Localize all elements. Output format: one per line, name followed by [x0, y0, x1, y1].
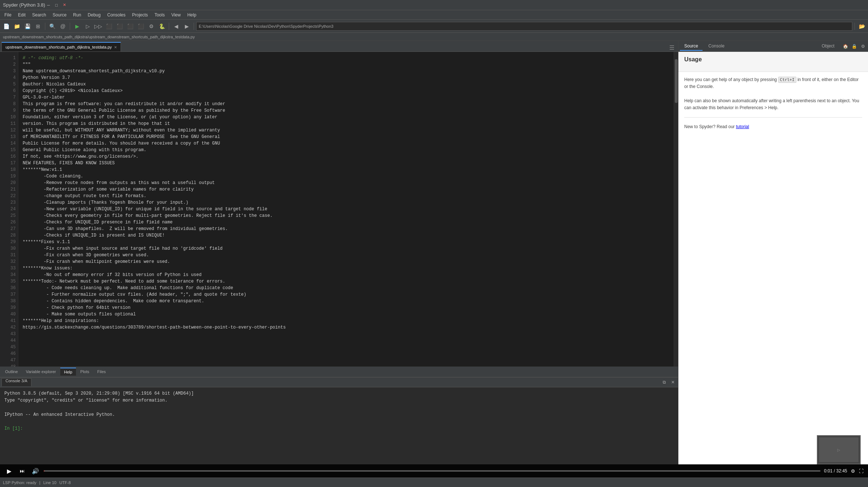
menu-item-debug[interactable]: Debug — [85, 12, 103, 18]
memory-label: | — [39, 480, 41, 485]
editor-options-btn[interactable]: ☰ — [667, 44, 677, 51]
source-tab[interactable]: Source — [680, 42, 703, 51]
bottom-tabs-row: Outline Variable explorer Help Plots Fil… — [0, 367, 678, 377]
minimize-button[interactable]: ─ — [45, 2, 52, 8]
save-button[interactable]: 💾 — [23, 22, 32, 31]
mini-thumb: ▷ — [817, 435, 861, 464]
close-button[interactable]: ✕ — [61, 2, 68, 8]
lsp-status: LSP Python: ready — [3, 480, 37, 485]
help-panel-header: Usage — [678, 52, 868, 72]
sep4 — [194, 23, 194, 30]
volume-button[interactable]: 🔊 — [31, 466, 40, 476]
folder-button[interactable]: 📂 — [857, 22, 867, 31]
usage-body: Here you can get help of any object by p… — [684, 76, 862, 130]
continue-button[interactable]: ⬛ — [125, 22, 135, 31]
maximize-button[interactable]: □ — [53, 2, 60, 8]
menu-item-file[interactable]: File — [1, 12, 14, 18]
help-divider — [684, 117, 862, 118]
settings-video-button[interactable]: ⚙ — [851, 468, 855, 474]
outline-tab[interactable]: Outline — [1, 368, 22, 376]
sep2 — [70, 23, 70, 30]
save-all-button[interactable]: ⊞ — [33, 22, 43, 31]
path-bar: E:\Users\Nicolas\Google Drive Nicolas\De… — [196, 22, 852, 31]
stop-button[interactable]: ⬛ — [136, 22, 145, 31]
line-info: Line 10 — [43, 480, 56, 485]
line-numbers: 1234567891011121314151617181920212223242… — [0, 52, 18, 367]
help-tab[interactable]: Help — [60, 368, 76, 376]
usage-title: Usage — [684, 56, 862, 63]
run-cell-advance-button[interactable]: ▷▷ — [94, 22, 103, 31]
encoding: UTF-8 — [59, 480, 71, 485]
menu-item-view[interactable]: View — [168, 12, 184, 18]
menu-item-source[interactable]: Source — [50, 12, 69, 18]
files-tab[interactable]: Files — [94, 368, 109, 376]
menu-item-run[interactable]: Run — [70, 12, 84, 18]
sep3 — [169, 23, 169, 30]
menu-bar: FileEditSearchSourceRunDebugConsolesProj… — [0, 10, 868, 20]
right-panel-lock-btn[interactable]: 🔒 — [850, 43, 858, 50]
run-button[interactable]: ▶ — [72, 22, 82, 31]
code-editor: 1234567891011121314151617181920212223242… — [0, 52, 678, 367]
run-cell-button[interactable]: ▷ — [83, 22, 92, 31]
skip-forward-button[interactable]: ⏭ — [18, 466, 27, 476]
right-panel-home-btn[interactable]: 🏠 — [842, 43, 849, 50]
right-panel-options-btn[interactable]: ⚙ — [859, 43, 867, 50]
object-tab-area: Object — [816, 42, 840, 51]
console-tab[interactable]: Console — [704, 42, 729, 51]
status-bar: LSP Python: ready | Line 10 UTF-8 — [0, 478, 868, 487]
help-para1: Here you can get help of any object by p… — [684, 76, 862, 90]
shortcut-key: Ctrl+I — [778, 77, 796, 83]
console-3a-tab[interactable]: Console 3/A — [1, 378, 31, 386]
progress-fill — [44, 470, 44, 472]
console-maximize-btn[interactable]: ⧉ — [660, 379, 668, 386]
console-tab-bar: Console 3/A ⧉ ✕ — [0, 377, 678, 387]
console-close-btn[interactable]: ✕ — [669, 379, 677, 386]
options-button[interactable]: ⚙ — [146, 22, 156, 31]
help-panel-body: Here you can get help of any object by p… — [678, 72, 868, 464]
console-section: Console 3/A ⧉ ✕ Python 3.8.5 (default, S… — [0, 377, 678, 464]
tutorial-link[interactable]: tutorial — [736, 124, 749, 129]
console-prompt: In [1]: — [4, 426, 23, 431]
fullscreen-button[interactable]: ⛶ — [859, 468, 864, 474]
title-bar: Spyder (Python 3.8) ─ □ ✕ — [0, 0, 868, 10]
main-container: upstream_downstream_shortcuts_path_dijks… — [0, 41, 868, 464]
step-button[interactable]: ⬛ — [115, 22, 124, 31]
sep1 — [45, 23, 45, 30]
menu-item-help[interactable]: Help — [184, 12, 199, 18]
editor-tab-main[interactable]: upstream_downstream_shortcuts_path_dijks… — [1, 42, 121, 51]
menu-item-consoles[interactable]: Consoles — [104, 12, 128, 18]
title-bar-text: Spyder (Python 3.8) — [3, 2, 45, 8]
title-bar-controls: ─ □ ✕ — [45, 2, 68, 8]
file-path-bar: upstream_downstream_shortcuts_path_dijks… — [0, 33, 868, 41]
console-content: Python 3.8.5 (default, Sep 3 2020, 21:29… — [0, 387, 678, 464]
object-tab[interactable]: Object — [817, 42, 839, 51]
play-pause-button[interactable]: ▶ — [4, 466, 14, 476]
menu-item-search[interactable]: Search — [29, 12, 49, 18]
back-button[interactable]: ◀ — [171, 22, 181, 31]
plots-tab[interactable]: Plots — [77, 368, 93, 376]
help-panel: Usage Here you can get help of any objec… — [678, 52, 868, 464]
help-new-user: New to Spyder? Read our tutorial — [684, 123, 862, 130]
at-button[interactable]: @ — [58, 22, 68, 31]
menu-item-edit[interactable]: Edit — [15, 12, 28, 18]
video-player: ▶ ⏭ 🔊 0:01 / 32:45 ⚙ ⛶ — [0, 464, 868, 478]
editor-scrollbar[interactable] — [674, 52, 678, 367]
menu-item-tools[interactable]: Tools — [152, 12, 168, 18]
find-button[interactable]: 🔍 — [47, 22, 57, 31]
tab-close-icon[interactable]: ✕ — [114, 45, 117, 49]
new-file-button[interactable]: 📄 — [1, 22, 11, 31]
scrollbar-thumb[interactable] — [675, 59, 678, 103]
forward-button[interactable]: ▶ — [182, 22, 191, 31]
envs-button[interactable]: 🐍 — [157, 22, 167, 31]
editor-column: upstream_downstream_shortcuts_path_dijks… — [0, 41, 678, 464]
editor-tabs: upstream_downstream_shortcuts_path_dijks… — [0, 41, 678, 52]
toolbar: 📄 📁 💾 ⊞ 🔍 @ ▶ ▷ ▷▷ ⬛ ⬛ ⬛ ⬛ ⚙ 🐍 ◀ ▶ E:\Us… — [0, 20, 868, 33]
console-controls: ⧉ ✕ — [660, 379, 677, 386]
code-content[interactable]: # -*- coding: utf-8 -*-"""Name upstream_… — [18, 52, 674, 367]
open-file-button[interactable]: 📁 — [12, 22, 22, 31]
debug-button[interactable]: ⬛ — [104, 22, 114, 31]
menu-item-projects[interactable]: Projects — [129, 12, 151, 18]
sep5 — [854, 23, 855, 30]
variable-explorer-tab[interactable]: Variable explorer — [22, 368, 60, 376]
progress-bar[interactable] — [44, 470, 821, 472]
